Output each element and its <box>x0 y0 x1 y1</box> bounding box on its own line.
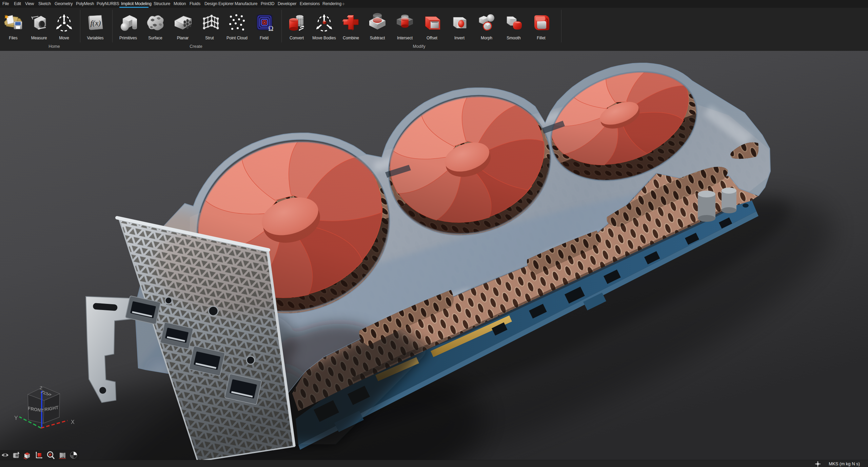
svg-text:Z: Z <box>40 385 42 390</box>
svg-text:X: X <box>71 419 75 425</box>
svg-text:f(x): f(x) <box>91 19 101 27</box>
svg-text:Ω: Ω <box>269 25 274 32</box>
svg-text:Y: Y <box>14 415 18 421</box>
